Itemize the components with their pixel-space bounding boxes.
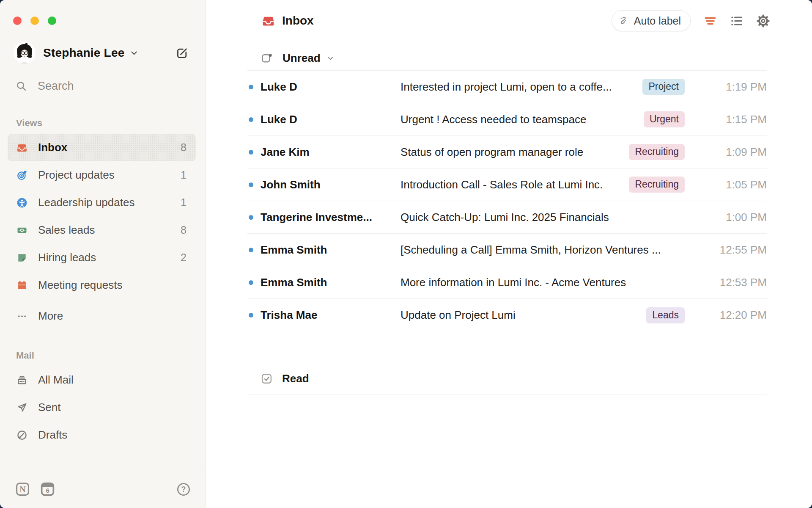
unread-count-badge: 8: [181, 141, 187, 154]
unread-dot: [247, 248, 261, 252]
email-sender: Emma Smith: [261, 243, 380, 257]
unread-dot: [247, 313, 261, 318]
sidebar-item-label: Leadership updates: [38, 196, 134, 209]
calendar-app-icon[interactable]: 6: [40, 481, 55, 497]
inbox-icon: [16, 142, 27, 153]
email-time: 12:53 PM: [685, 276, 767, 289]
target-icon: [16, 170, 27, 181]
sidebar: Stephanie Lee Search ViewsInbox8Project …: [0, 0, 206, 508]
unread-dot: [247, 117, 261, 122]
sidebar-item-leadership-updates[interactable]: Leadership updates1: [8, 189, 196, 216]
unread-count-badge: 1: [181, 169, 187, 181]
sidebar-item-project-updates[interactable]: Project updates1: [8, 161, 196, 189]
ellipsis-icon: [16, 311, 27, 322]
email-time: 1:05 PM: [685, 178, 767, 191]
money-icon: [16, 225, 27, 236]
email-row[interactable]: Luke DInterested in project Lumi, open t…: [247, 71, 767, 103]
sidebar-item-inbox[interactable]: Inbox8: [8, 134, 196, 161]
auto-label-button[interactable]: Auto label: [612, 10, 691, 31]
email-row[interactable]: John SmithIntroduction Call - Sales Role…: [247, 168, 767, 201]
drafts-icon: [16, 430, 27, 441]
email-row[interactable]: Emma SmithMore information in Lumi Inc. …: [247, 266, 767, 299]
sidebar-item-meeting-requests[interactable]: Meeting requests: [8, 271, 196, 299]
email-subject: Interested in project Lumi, open to a co…: [401, 80, 636, 94]
calendar-icon: [16, 280, 27, 291]
sidebar-item-sales-leads[interactable]: Sales leads8: [8, 216, 196, 244]
zoom-window-button[interactable]: [48, 17, 56, 25]
sidebar-item-label: Inbox: [38, 141, 67, 154]
window-controls: [13, 17, 56, 25]
sidebar-item-all-mail[interactable]: All Mail: [8, 366, 196, 394]
accessibility-icon: [16, 197, 27, 208]
email-label-pill[interactable]: Urgent: [644, 111, 685, 127]
email-sender: Trisha Mae: [261, 309, 380, 322]
list-view-icon[interactable]: [730, 14, 743, 28]
sidebar-item-drafts[interactable]: Drafts: [8, 421, 196, 449]
email-row[interactable]: Tangerine Investme...Quick Catch-Up: Lum…: [247, 201, 767, 234]
sidebar-nav: ViewsInbox8Project updates1Leadership up…: [8, 116, 196, 449]
email-subject: Update on Project Lumi: [401, 309, 639, 322]
sidebar-item-label: Hiring leads: [38, 251, 96, 264]
settings-gear-icon[interactable]: [756, 14, 770, 28]
unread-dot: [247, 85, 261, 89]
search-label: Search: [38, 80, 74, 93]
filter-icon[interactable]: [704, 14, 717, 28]
chevron-down-icon: [129, 48, 139, 58]
read-section-label: Read: [282, 372, 309, 385]
email-list: Luke DInterested in project Lumi, open t…: [247, 70, 767, 331]
minimize-window-button[interactable]: [30, 17, 39, 25]
sidebar-item-sent[interactable]: Sent: [8, 394, 196, 421]
sidebar-item-label: Project updates: [38, 168, 115, 182]
email-subject: Quick Catch-Up: Lumi Inc. 2025 Financial…: [401, 211, 685, 224]
email-row[interactable]: Emma Smith[Scheduling a Call] Emma Smith…: [247, 234, 767, 266]
unread-icon: [261, 52, 273, 64]
account-switcher[interactable]: Stephanie Lee: [14, 41, 189, 64]
email-label-pill[interactable]: Recruiting: [629, 144, 685, 160]
unread-dot: [247, 182, 261, 187]
email-time: 12:20 PM: [685, 309, 767, 322]
email-subject: Urgent ! Access needed to teamspace: [401, 113, 637, 126]
user-name: Stephanie Lee: [43, 46, 124, 60]
email-label-pill[interactable]: Project: [642, 79, 685, 95]
sidebar-item-label: More: [38, 309, 63, 323]
sidebar-item-label: Sent: [38, 401, 61, 414]
email-time: 1:15 PM: [685, 113, 767, 126]
sidebar-section-label: Mail: [8, 348, 196, 363]
chevron-down-icon: [326, 54, 335, 62]
app-window: Stephanie Lee Search ViewsInbox8Project …: [0, 0, 812, 508]
notion-logo-icon[interactable]: N: [15, 481, 30, 497]
email-row[interactable]: Luke DUrgent ! Access needed to teamspac…: [247, 103, 767, 136]
email-subject: Status of open program manager role: [401, 146, 622, 159]
email-row[interactable]: Jane KimStatus of open program manager r…: [247, 136, 767, 168]
search[interactable]: Search: [16, 80, 74, 93]
email-label-pill[interactable]: Leads: [646, 307, 685, 323]
inbox-icon: [262, 14, 275, 28]
unread-dot: [247, 280, 261, 285]
email-sender: Jane Kim: [261, 146, 380, 159]
email-sender: Emma Smith: [261, 276, 380, 289]
help-glyph: ?: [181, 485, 186, 494]
email-time: 1:00 PM: [685, 211, 767, 224]
sidebar-section-label: Views: [8, 116, 196, 130]
email-sender: Luke D: [261, 113, 380, 126]
search-icon: [16, 80, 27, 92]
mail-icon: [16, 375, 27, 386]
compose-icon[interactable]: [176, 47, 189, 60]
unread-count-badge: 2: [181, 251, 187, 264]
help-icon[interactable]: ?: [176, 482, 191, 497]
email-time: 12:55 PM: [685, 243, 767, 257]
sidebar-item-label: Sales leads: [38, 224, 95, 237]
unread-section-header[interactable]: Unread: [261, 52, 335, 65]
read-section-header[interactable]: Read: [247, 369, 767, 388]
close-window-button[interactable]: [13, 17, 22, 25]
note-icon: [16, 252, 27, 263]
send-icon: [16, 402, 27, 413]
email-row[interactable]: Trisha MaeUpdate on Project LumiLeads12:…: [247, 299, 767, 331]
email-sender: Luke D: [261, 80, 380, 94]
sidebar-item-more[interactable]: More: [8, 302, 196, 330]
email-label-pill[interactable]: Recruiting: [629, 177, 685, 193]
sidebar-item-hiring-leads[interactable]: Hiring leads2: [8, 244, 196, 271]
avatar: [14, 42, 36, 64]
sidebar-footer: N 6 ?: [0, 470, 206, 508]
sidebar-item-label: Meeting requests: [38, 279, 122, 292]
